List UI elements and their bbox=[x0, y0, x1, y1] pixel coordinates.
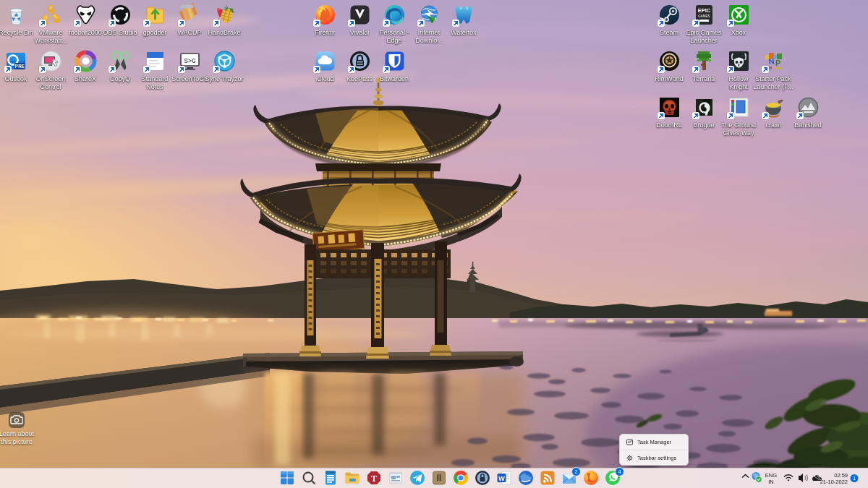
svg-text:ENG: ENG bbox=[765, 472, 777, 479]
svg-text:1: 1 bbox=[853, 475, 856, 481]
svg-text:IN: IN bbox=[768, 479, 774, 485]
svg-text:21-10-2022: 21-10-2022 bbox=[820, 479, 848, 485]
svg-text:EPIC: EPIC bbox=[697, 7, 710, 14]
svg-text:T: T bbox=[371, 474, 377, 484]
svg-text:W: W bbox=[498, 475, 505, 482]
svg-text:02:59: 02:59 bbox=[834, 472, 848, 479]
svg-text:GAMES: GAMES bbox=[698, 14, 710, 18]
svg-text:S>G: S>G bbox=[184, 58, 195, 65]
svg-text:P: P bbox=[775, 59, 780, 67]
svg-text:N: N bbox=[767, 56, 774, 66]
